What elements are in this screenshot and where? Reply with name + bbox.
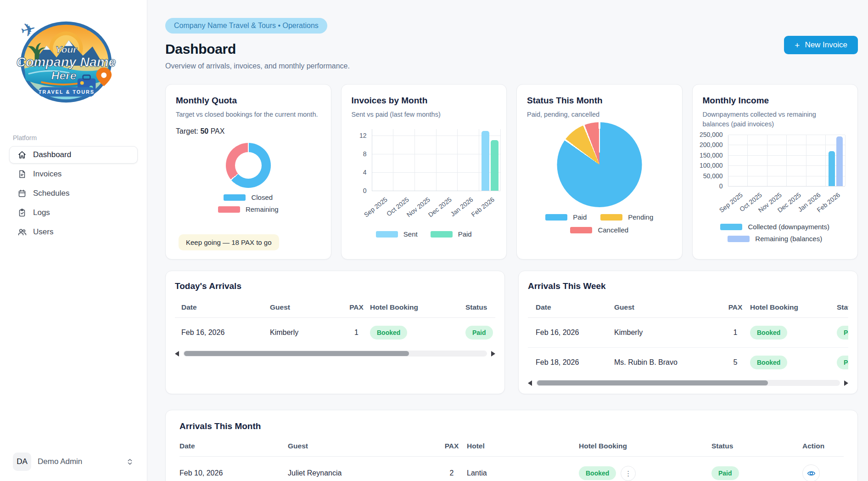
company-operations-badge: Company Name Travel & Tours • Operations bbox=[165, 18, 327, 34]
status-legend: PaidPendingCancelled bbox=[524, 213, 675, 234]
card-title: Today's Arrivals bbox=[175, 281, 495, 291]
column-header-hotel-booking: Hotel Booking bbox=[579, 442, 711, 450]
scroll-left-button[interactable] bbox=[175, 351, 179, 357]
logo-line3: Here bbox=[51, 69, 77, 82]
legend-item-paid: Paid bbox=[545, 213, 587, 221]
bar-paid bbox=[491, 140, 498, 191]
table-body: Feb 16, 2026Kimberly1BookedPaid bbox=[175, 318, 495, 347]
column-header-date: Date bbox=[536, 303, 614, 311]
chart-plot bbox=[372, 129, 500, 191]
legend-swatch bbox=[570, 227, 592, 233]
paid-pill: Paid bbox=[837, 326, 848, 340]
gridline bbox=[825, 135, 826, 186]
cell: Kimberly bbox=[270, 328, 343, 337]
invoices-by-month-card: Invoices by Month Sent vs paid (last few… bbox=[341, 84, 507, 260]
cell: Feb 10, 2026 bbox=[179, 469, 288, 477]
scrollbar-track[interactable] bbox=[536, 380, 840, 386]
cell: 1 bbox=[343, 328, 370, 337]
column-header-hotel-booking: Hotel Booking bbox=[370, 303, 465, 311]
legend-item-closed: Closed bbox=[224, 193, 273, 201]
chevron-up-down-icon bbox=[126, 458, 134, 466]
card-title: Monthly Quota bbox=[176, 96, 321, 106]
scroll-left-button[interactable] bbox=[528, 380, 532, 386]
horizontal-scrollbar bbox=[175, 351, 495, 357]
users-icon bbox=[17, 227, 27, 237]
page-title: Dashboard bbox=[165, 41, 350, 57]
sidebar-item-logs[interactable]: Logs bbox=[9, 204, 138, 221]
gridline bbox=[457, 129, 458, 191]
bar-collected-downpayments bbox=[829, 151, 835, 186]
legend-swatch bbox=[431, 231, 453, 238]
y-tick-label: 4 bbox=[342, 169, 367, 176]
sidebar-item-label: Schedules bbox=[33, 189, 69, 198]
y-tick-label: 150,000 bbox=[693, 152, 723, 159]
legend-item-remaining: Remaining bbox=[218, 205, 279, 213]
column-header-status: Status bbox=[837, 303, 848, 311]
row-menu-button[interactable]: ⋮ bbox=[621, 466, 636, 481]
legend-label: Collected (downpayments) bbox=[748, 223, 829, 231]
platform-section-label: Platform bbox=[13, 134, 138, 141]
booked-pill: Booked bbox=[579, 466, 616, 480]
column-header-hotel: Hotel bbox=[467, 442, 579, 450]
page-subtitle: Overview of arrivals, invoices, and mont… bbox=[165, 62, 350, 70]
chart-plot bbox=[728, 135, 845, 187]
x-tick-label: Feb 2026 bbox=[788, 191, 837, 199]
table-body: Feb 16, 2026Kimberly1BookedPaidFeb 18, 2… bbox=[528, 318, 848, 377]
legend-swatch bbox=[600, 214, 622, 221]
y-tick-label: 12 bbox=[342, 132, 367, 139]
legend-label: Paid bbox=[458, 230, 472, 238]
legend-label: Sent bbox=[403, 230, 418, 238]
booked-pill: Booked bbox=[750, 356, 787, 369]
cell: Juliet Reynancia bbox=[288, 469, 437, 477]
user-name: Demo Admin bbox=[38, 457, 119, 466]
scrollbar-thumb[interactable] bbox=[184, 351, 409, 356]
card-subtitle: Target vs closed bookings for the curren… bbox=[176, 110, 321, 119]
sidebar-nav: DashboardInvoicesSchedulesLogsUsers bbox=[9, 146, 138, 241]
bar-remaining-balances bbox=[836, 136, 843, 186]
legend-label: Remaining bbox=[246, 205, 279, 213]
card-title: Arrivals This Month bbox=[179, 421, 844, 431]
scroll-right-button[interactable] bbox=[844, 380, 848, 386]
column-header-guest: Guest bbox=[614, 303, 721, 311]
table-header: DateGuestPAXHotelHotel BookingStatusActi… bbox=[179, 442, 844, 457]
cell: 2 bbox=[437, 469, 467, 477]
avatar: DA bbox=[13, 453, 31, 471]
sidebar-item-dashboard[interactable]: Dashboard bbox=[9, 146, 138, 164]
target-line: Target: 50 PAX bbox=[176, 127, 321, 136]
table-header: DateGuestPAXHotel BookingStatus bbox=[528, 303, 848, 318]
cell: Feb 16, 2026 bbox=[181, 328, 270, 337]
gridline bbox=[845, 135, 846, 186]
legend-swatch bbox=[218, 206, 240, 213]
gridline bbox=[806, 135, 806, 186]
legend-swatch bbox=[545, 214, 567, 221]
logo-line2: Company Name bbox=[16, 55, 116, 69]
legend-swatch bbox=[376, 231, 398, 238]
sidebar-item-label: Logs bbox=[33, 208, 50, 217]
sidebar-item-users[interactable]: Users bbox=[9, 223, 138, 241]
scroll-right-button[interactable] bbox=[491, 351, 495, 357]
y-tick-label: 50,000 bbox=[693, 172, 723, 180]
sidebar-item-invoices[interactable]: Invoices bbox=[9, 165, 138, 183]
new-invoice-button[interactable]: + New Invoice bbox=[784, 36, 858, 54]
status-this-month-card: Status This Month Paid, pending, cancell… bbox=[516, 84, 683, 260]
scrollbar-track[interactable] bbox=[183, 351, 487, 357]
legend-label: Remaining (balances) bbox=[755, 235, 822, 243]
eye-icon bbox=[806, 469, 816, 478]
legend-item-collected-downpayments: Collected (downpayments) bbox=[720, 223, 829, 231]
user-menu[interactable]: DA Demo Admin bbox=[9, 450, 138, 474]
plane-icon: ✈ bbox=[18, 18, 38, 41]
sidebar-item-schedules[interactable]: Schedules bbox=[9, 185, 138, 202]
gridline bbox=[767, 135, 767, 186]
cell: Lantia bbox=[467, 469, 579, 477]
table-row: Feb 10, 2026Juliet Reynancia2LantiaBooke… bbox=[179, 457, 844, 481]
booked-pill: Booked bbox=[370, 326, 407, 340]
clipboard-icon bbox=[17, 208, 27, 217]
column-header-date: Date bbox=[179, 442, 288, 450]
column-header-guest: Guest bbox=[270, 303, 343, 311]
logo-banner-text: TRAVEL & TOURS bbox=[39, 89, 95, 95]
view-button[interactable] bbox=[802, 464, 820, 481]
scrollbar-thumb[interactable] bbox=[537, 380, 768, 385]
column-header-pax: PAX bbox=[343, 303, 370, 311]
column-header-action: Action bbox=[802, 442, 844, 450]
y-tick-label: 200,000 bbox=[693, 141, 723, 148]
